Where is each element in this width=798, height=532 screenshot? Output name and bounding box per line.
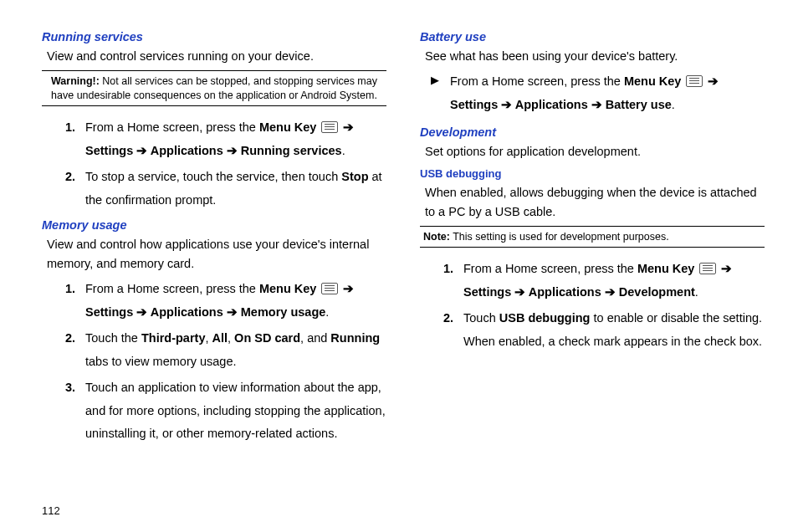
memory-usage-steps: 1. From a Home screen, press the Menu Ke…	[42, 278, 386, 446]
on-sd-card-tab: On SD card	[234, 331, 300, 345]
left-column: Running services View and control servic…	[42, 25, 386, 494]
heading-battery-use: Battery use	[420, 30, 765, 43]
manual-page: Running services View and control servic…	[0, 0, 798, 510]
usb-debugging-steps: 1. From a Home screen, press the Menu Ke…	[420, 258, 765, 353]
memory-usage-desc: View and control how applications use yo…	[47, 235, 386, 273]
step-text: To stop a service, touch the service, th…	[85, 170, 341, 183]
warning-box: Warning!: Not all services can be stoppe…	[42, 70, 386, 106]
menu-key-label: Menu Key	[259, 282, 317, 295]
note-box: Note: This setting is used for developme…	[420, 226, 765, 248]
step-text: From a Home screen, press the	[463, 262, 637, 275]
step-text: From a Home screen, press the	[85, 120, 259, 134]
note-text: This setting is used for development pur…	[450, 231, 669, 243]
step-body: From a Home screen, press the Menu Key ➔…	[85, 116, 386, 162]
step-number: 2.	[42, 327, 85, 373]
step-number: 2.	[42, 166, 85, 212]
stop-label: Stop	[341, 170, 368, 183]
menu-key-icon	[699, 263, 716, 274]
period: .	[325, 305, 329, 319]
step-item: 2. To stop a service, touch the service,…	[42, 166, 386, 212]
menu-key-icon	[321, 283, 338, 294]
menu-key-label: Menu Key	[624, 74, 682, 88]
menu-key-label: Menu Key	[259, 120, 317, 134]
step-item: 2. Touch USB debugging to enable or disa…	[420, 307, 765, 353]
period: .	[695, 285, 698, 299]
development-desc: Set options for application development.	[425, 142, 765, 161]
triangle-bullet-icon: ▶	[420, 70, 450, 116]
step-number: 1.	[420, 258, 463, 304]
step-number: 1.	[42, 116, 85, 162]
step-item: 1. From a Home screen, press the Menu Ke…	[420, 258, 765, 304]
comma: ,	[228, 331, 234, 345]
third-party-tab: Third-party	[141, 331, 206, 345]
battery-use-bullet: ▶ From a Home screen, press the Menu Key…	[420, 70, 765, 116]
usb-debugging-label: USB debugging	[499, 311, 591, 325]
step-text: Touch the	[85, 331, 141, 345]
step-item: 2. Touch the Third-party, All, On SD car…	[42, 327, 386, 373]
menu-key-icon	[321, 121, 338, 133]
step-item: 1. From a Home screen, press the Menu Ke…	[42, 278, 386, 324]
note-label: Note:	[423, 231, 450, 243]
step-text: Touch	[463, 311, 499, 325]
step-body: From a Home screen, press the Menu Key ➔…	[85, 278, 386, 324]
period: .	[672, 98, 675, 111]
comma: ,	[205, 331, 212, 345]
step-number: 1.	[42, 278, 85, 324]
step-number: 2.	[420, 307, 463, 353]
step-body: From a Home screen, press the Menu Key ➔…	[463, 258, 765, 304]
heading-memory-usage: Memory usage	[42, 218, 386, 232]
step-text: From a Home screen, press the	[450, 74, 624, 88]
step-body: Touch the Third-party, All, On SD card, …	[85, 327, 386, 373]
step-text: tabs to view memory usage.	[85, 355, 237, 368]
all-tab: All	[212, 331, 228, 345]
step-item: 1. From a Home screen, press the Menu Ke…	[42, 116, 386, 162]
battery-use-desc: See what has been using your device's ba…	[425, 47, 765, 65]
warning-text: Not all services can be stopped, and sto…	[51, 75, 377, 100]
running-tab: Running	[330, 331, 380, 345]
page-number: 112	[42, 504, 60, 517]
step-body: Touch USB debugging to enable or disable…	[463, 307, 765, 353]
step-item: 3. Touch an application to view informat…	[42, 376, 386, 446]
menu-key-icon	[686, 75, 703, 87]
bullet-body: From a Home screen, press the Menu Key ➔…	[450, 70, 765, 116]
running-services-steps: 1. From a Home screen, press the Menu Ke…	[42, 116, 386, 212]
bullet-item: ▶ From a Home screen, press the Menu Key…	[420, 70, 765, 116]
period: .	[342, 144, 345, 157]
step-body: Touch an application to view information…	[85, 376, 386, 446]
step-text: From a Home screen, press the	[85, 282, 259, 295]
heading-running-services: Running services	[42, 30, 386, 43]
comma: , and	[300, 331, 330, 345]
running-services-desc: View and control services running on you…	[47, 47, 386, 65]
heading-development: Development	[420, 125, 765, 139]
usb-debugging-desc: When enabled, allows debugging when the …	[425, 183, 765, 221]
menu-key-label: Menu Key	[637, 262, 695, 275]
step-number: 3.	[42, 376, 85, 446]
heading-usb-debugging: USB debugging	[420, 167, 765, 180]
step-body: To stop a service, touch the service, th…	[85, 166, 386, 212]
right-column: Battery use See what has been using your…	[420, 25, 765, 494]
warning-label: Warning!:	[51, 75, 100, 87]
